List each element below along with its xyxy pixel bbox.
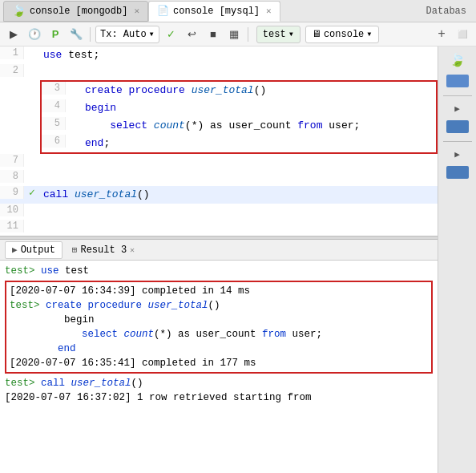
out-kw-1: use <box>41 265 59 277</box>
output-content[interactable]: test> use test [2020-07-07 16:34:39] com… <box>0 261 438 473</box>
line-num-11: 11 <box>0 220 24 232</box>
output-panel: ▶ Output ⊞ Result 3 ✕ test> use test [20… <box>0 240 438 473</box>
line-num-4: 4 <box>42 99 66 112</box>
line-gutter-9: ✓ <box>24 186 40 199</box>
result-tab-label: Result 3 <box>80 245 127 256</box>
console-tag[interactable]: 🖥 console ▾ <box>305 26 379 43</box>
code-line-1: 1 use test; <box>0 46 438 64</box>
right-arrow-2[interactable]: ▶ <box>452 147 462 162</box>
tab-mysql-close[interactable]: ✕ <box>266 6 272 16</box>
folder-blue-2 <box>446 120 469 133</box>
test-chevron: ▾ <box>288 28 294 40</box>
code-line-11: 11 <box>0 220 438 236</box>
out-call-line: test> call user_total() <box>5 376 433 390</box>
out-line-1: test> use test <box>5 264 433 278</box>
separator1 <box>90 27 91 42</box>
line-10-content <box>40 204 438 220</box>
tab-mysql-label: console [mysql] <box>173 6 260 17</box>
line-11-content <box>40 220 438 236</box>
clock-button[interactable]: 🕐 <box>26 26 43 43</box>
code-line-5: 5 select count(*) as user_count from use… <box>42 117 436 135</box>
line-num-2: 2 <box>0 64 24 77</box>
code-line-9: 9 ✓ call user_total() <box>0 186 438 204</box>
code-line-4: 4 begin <box>42 99 436 117</box>
code-editor[interactable]: 1 use test; 2 3 create procedure user_to… <box>0 46 438 236</box>
code-line-3: 3 create procedure user_total() <box>42 82 436 99</box>
output-tab-label: Output <box>21 245 55 256</box>
separator2 <box>248 27 248 42</box>
code-line-10: 10 <box>0 204 438 220</box>
folder-blue-3 <box>446 166 469 179</box>
right-folder-item1[interactable] <box>442 72 474 91</box>
console-label: console <box>324 29 364 40</box>
tab-mysql[interactable]: 📄 console [mysql] ✕ <box>148 1 280 22</box>
line-num-3: 3 <box>42 82 66 95</box>
line-num-10: 10 <box>0 204 24 216</box>
line-num-9: 9 <box>0 186 24 199</box>
console-icon: 🖥 <box>312 28 321 40</box>
right-folder-item2[interactable] <box>442 118 474 136</box>
right-divider-1 <box>443 95 472 96</box>
output-icon: ▶ <box>12 245 18 255</box>
output-tab-bar: ▶ Output ⊞ Result 3 ✕ <box>0 240 438 261</box>
tab-result[interactable]: ⊞ Result 3 ✕ <box>66 241 141 259</box>
out-box-line1: [2020-07-07 16:34:39] completed in 14 ms <box>10 284 428 298</box>
tx-label: Tx: Auto <box>100 29 147 40</box>
out-box-line5: end <box>10 342 428 356</box>
line-num-1: 1 <box>0 46 24 59</box>
line-num-6: 6 <box>42 135 66 148</box>
code-line-8: 8 <box>0 170 438 186</box>
tab-output[interactable]: ▶ Output <box>5 241 63 259</box>
line-3-content: create procedure user_total() <box>82 82 436 99</box>
procedure-box: 3 create procedure user_total() 4 begin … <box>40 80 438 154</box>
right-arrow-1[interactable]: ▶ <box>452 101 462 116</box>
out-box-line6: [2020-07-07 16:35:41] completed in 177 m… <box>10 356 428 370</box>
output-red-box: [2020-07-07 16:34:39] completed in 14 ms… <box>5 281 433 374</box>
mongodb-icon: 🍃 <box>12 4 26 18</box>
line-2-content <box>40 64 438 80</box>
test-tag[interactable]: test ▾ <box>256 26 301 43</box>
wrench-button[interactable]: 🔧 <box>67 26 85 43</box>
p-button[interactable]: P <box>46 26 64 43</box>
line-num-7: 7 <box>0 154 24 167</box>
line-5-content: select count(*) as user_count from user; <box>82 117 436 135</box>
tab-mongodb-close[interactable]: ✕ <box>134 6 139 16</box>
line-8-content <box>40 170 438 186</box>
back-button[interactable]: ↩ <box>184 26 201 43</box>
console-chevron: ▾ <box>366 28 372 40</box>
right-folder-item3[interactable] <box>442 164 474 182</box>
result-icon: ⊞ <box>72 245 78 255</box>
out-box-line3: begin <box>10 313 428 327</box>
tx-chevron: ▾ <box>149 28 155 40</box>
mongo-folder-icon: 🍃 <box>450 52 466 68</box>
tab-mongodb-label: console [mongodb] <box>30 6 127 17</box>
check-button[interactable]: ✓ <box>163 26 180 43</box>
out-box-line4: select count(*) as user_count from user; <box>10 327 428 342</box>
stop-button[interactable]: ■ <box>204 26 222 43</box>
right-panel: 🍃 ▶ ▶ <box>438 46 476 473</box>
line-1-content: use test; <box>40 46 438 64</box>
line-6-content: end; <box>82 135 436 152</box>
run-button[interactable]: ▶ <box>5 26 22 43</box>
line-4-content: begin <box>82 99 436 117</box>
out-prompt-1: test> <box>5 265 41 277</box>
tx-dropdown[interactable]: Tx: Auto ▾ <box>95 26 159 43</box>
line-num-5: 5 <box>42 117 66 130</box>
test-label: test <box>263 29 286 40</box>
database-label: Databas <box>426 6 473 17</box>
tab-mongodb[interactable]: 🍃 console [mongodb] ✕ <box>3 1 148 22</box>
line-num-8: 8 <box>0 170 24 183</box>
editor-panel: 1 use test; 2 3 create procedure user_to… <box>0 46 438 473</box>
toolbar: ▶ 🕐 P 🔧 Tx: Auto ▾ ✓ ↩ ■ ▦ test ▾ 🖥 cons… <box>0 22 476 46</box>
mysql-icon: 📄 <box>157 5 169 17</box>
maximize-button[interactable]: ⬜ <box>454 26 471 43</box>
right-divider-2 <box>443 141 472 142</box>
code-line-7: 7 <box>0 154 438 170</box>
folder-blue-1 <box>446 75 469 87</box>
grid-button[interactable]: ▦ <box>225 26 243 43</box>
add-button[interactable]: + <box>433 26 450 43</box>
out-box-line2: test> create procedure user_total() <box>10 298 428 313</box>
result-tab-close[interactable]: ✕ <box>130 245 135 255</box>
right-mongo-item[interactable]: 🍃 <box>442 50 474 71</box>
main-layout: 1 use test; 2 3 create procedure user_to… <box>0 46 476 473</box>
